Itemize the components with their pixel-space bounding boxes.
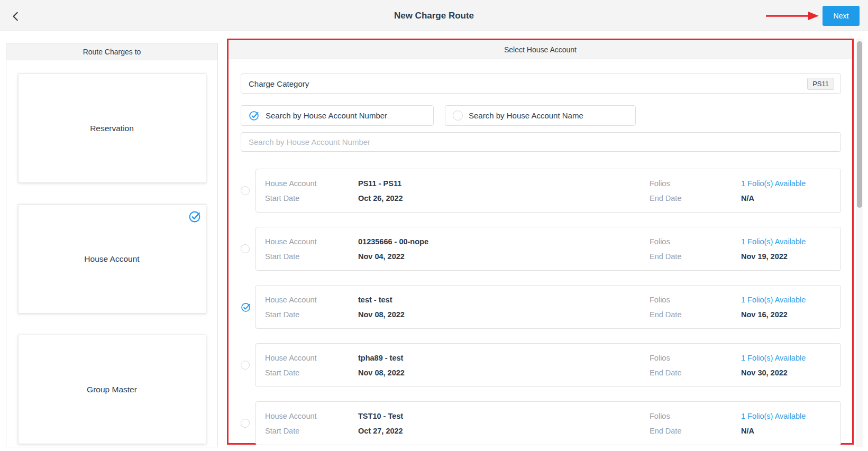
search-by-name-option[interactable]: Search by House Account Name xyxy=(445,105,636,126)
start-date-label: Start Date xyxy=(265,427,358,435)
end-date-value: N/A xyxy=(741,194,840,203)
house-account-value: tpha89 - test xyxy=(358,354,650,362)
start-date-value: Oct 26, 2022 xyxy=(358,194,650,203)
account-panel-body: Charge Category PS11 Search by House Acc… xyxy=(229,59,852,445)
end-date-value: Nov 30, 2022 xyxy=(741,369,840,377)
check-circle-icon[interactable] xyxy=(241,302,251,312)
folios-label: Folios xyxy=(650,179,741,188)
house-account-row-selected: House Account test - test Folios 1 Folio… xyxy=(241,285,841,329)
house-account-label: House Account xyxy=(265,179,358,188)
annotation-arrow-icon xyxy=(765,11,819,21)
route-charges-panel: Route Charges to Reservation House Accou… xyxy=(6,43,218,447)
folios-link[interactable]: 1 Folio(s) Available xyxy=(741,296,840,304)
charge-category-chip: PS11 xyxy=(807,78,834,90)
end-date-label: End Date xyxy=(650,427,741,435)
start-date-value: Nov 08, 2022 xyxy=(358,310,650,319)
start-date-label: Start Date xyxy=(265,252,358,261)
search-mode-label: Search by House Account Name xyxy=(469,111,583,120)
search-input[interactable] xyxy=(241,132,841,152)
route-card-label: Group Master xyxy=(87,385,137,394)
folios-link[interactable]: 1 Folio(s) Available xyxy=(741,412,840,420)
page-title: New Charge Route xyxy=(0,0,868,31)
start-date-label: Start Date xyxy=(265,369,358,377)
row-radio-icon[interactable] xyxy=(241,361,250,370)
end-date-value: N/A xyxy=(741,427,840,435)
house-account-value: 01235666 - 00-nope xyxy=(358,237,650,246)
folios-link[interactable]: 1 Folio(s) Available xyxy=(741,354,840,362)
house-account-list: House Account PS11 - PS11 Folios 1 Folio… xyxy=(241,169,841,445)
start-date-label: Start Date xyxy=(265,194,358,203)
folios-label: Folios xyxy=(650,354,741,362)
house-account-label: House Account xyxy=(265,296,358,304)
route-card-group-master[interactable]: Group Master xyxy=(18,335,206,444)
route-card-house-account[interactable]: House Account xyxy=(18,204,206,314)
house-account-card[interactable]: House Account 01235666 - 00-nope Folios … xyxy=(255,227,841,271)
folios-label: Folios xyxy=(650,296,741,304)
select-house-account-panel: Select House Account Charge Category PS1… xyxy=(227,39,854,445)
row-radio-icon[interactable] xyxy=(241,419,250,428)
start-date-value: Nov 04, 2022 xyxy=(358,252,650,261)
house-account-row: House Account PS11 - PS11 Folios 1 Folio… xyxy=(241,169,841,213)
end-date-label: End Date xyxy=(650,369,741,377)
account-panel-header: Select House Account xyxy=(229,40,852,59)
search-mode-row: Search by House Account Number Search by… xyxy=(241,105,841,126)
check-circle-icon xyxy=(249,110,260,121)
top-bar: New Charge Route Next xyxy=(0,0,868,31)
row-radio-icon[interactable] xyxy=(241,244,250,253)
route-panel-header: Route Charges to xyxy=(6,43,217,60)
route-card-label: House Account xyxy=(84,254,139,264)
end-date-value: Nov 16, 2022 xyxy=(741,310,840,319)
route-cards: Reservation House Account Group Master xyxy=(6,60,217,444)
start-date-label: Start Date xyxy=(265,310,358,319)
end-date-label: End Date xyxy=(650,194,741,203)
charge-category-label: Charge Category xyxy=(249,79,807,88)
row-radio-icon[interactable] xyxy=(241,186,250,195)
house-account-value: TST10 - Test xyxy=(358,412,650,420)
house-account-label: House Account xyxy=(265,354,358,362)
house-account-card[interactable]: House Account test - test Folios 1 Folio… xyxy=(255,285,841,329)
house-account-row: House Account 01235666 - 00-nope Folios … xyxy=(241,227,841,271)
house-account-card[interactable]: House Account PS11 - PS11 Folios 1 Folio… xyxy=(255,169,841,213)
folios-label: Folios xyxy=(650,237,741,246)
house-account-value: test - test xyxy=(358,296,650,304)
end-date-label: End Date xyxy=(650,252,741,261)
folios-label: Folios xyxy=(650,412,741,420)
end-date-value: Nov 19, 2022 xyxy=(741,252,840,261)
house-account-card[interactable]: House Account TST10 - Test Folios 1 Foli… xyxy=(255,401,841,445)
house-account-row: House Account tpha89 - test Folios 1 Fol… xyxy=(241,343,841,387)
scrollbar-thumb[interactable] xyxy=(857,41,862,208)
folios-link[interactable]: 1 Folio(s) Available xyxy=(741,179,840,188)
search-mode-label: Search by House Account Number xyxy=(266,111,387,120)
start-date-value: Nov 08, 2022 xyxy=(358,369,650,377)
route-card-label: Reservation xyxy=(90,124,134,133)
next-button[interactable]: Next xyxy=(823,6,860,26)
start-date-value: Oct 27, 2022 xyxy=(358,427,650,435)
check-circle-icon xyxy=(188,210,202,223)
route-card-reservation[interactable]: Reservation xyxy=(18,73,206,183)
house-account-row: House Account TST10 - Test Folios 1 Foli… xyxy=(241,401,841,445)
radio-unselected-icon xyxy=(453,111,463,121)
folios-link[interactable]: 1 Folio(s) Available xyxy=(741,237,840,246)
house-account-label: House Account xyxy=(265,412,358,420)
house-account-label: House Account xyxy=(265,237,358,246)
end-date-label: End Date xyxy=(650,310,741,319)
search-by-number-option[interactable]: Search by House Account Number xyxy=(241,105,434,126)
charge-category-field[interactable]: Charge Category PS11 xyxy=(241,73,841,94)
house-account-card[interactable]: House Account tpha89 - test Folios 1 Fol… xyxy=(255,343,841,387)
house-account-value: PS11 - PS11 xyxy=(358,179,650,188)
